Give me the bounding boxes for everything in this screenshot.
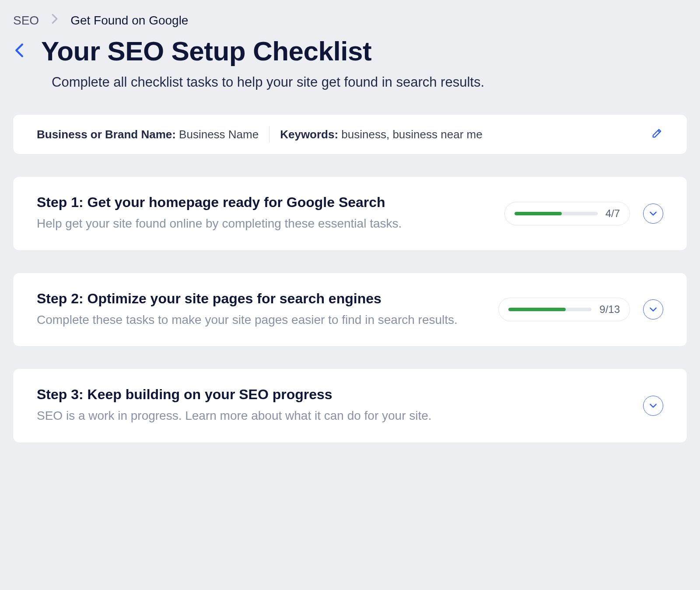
- chevron-down-icon: [649, 307, 657, 312]
- progress-track: [508, 308, 592, 311]
- breadcrumb-current: Get Found on Google: [70, 14, 188, 28]
- step-card-2: Step 2: Optimize your site pages for sea…: [13, 273, 687, 347]
- keywords-field: Keywords: business, business near me: [280, 128, 482, 141]
- page-title: Your SEO Setup Checklist: [41, 35, 371, 67]
- step-3-description: SEO is a work in progress. Learn more ab…: [37, 407, 626, 425]
- step-1-title: Step 1: Get your homepage ready for Goog…: [37, 194, 487, 211]
- step-1-description: Help get your site found online by compl…: [37, 215, 487, 233]
- chevron-right-icon: [51, 13, 58, 28]
- step-3-title: Step 3: Keep building on your SEO progre…: [37, 386, 626, 403]
- step-2-description: Complete these tasks to make your site p…: [37, 311, 481, 329]
- progress-fill: [508, 308, 566, 311]
- keywords-label: Keywords: [280, 128, 334, 141]
- progress-track: [514, 212, 598, 215]
- step-1-expand-button[interactable]: [643, 204, 663, 224]
- step-3-expand-button[interactable]: [643, 396, 663, 416]
- divider: [269, 126, 270, 143]
- brand-value: Business Name: [179, 128, 259, 141]
- step-card-1: Step 1: Get your homepage ready for Goog…: [13, 177, 687, 250]
- brand-field: Business or Brand Name: Business Name: [37, 128, 259, 141]
- page-subtitle: Complete all checklist tasks to help you…: [52, 74, 687, 90]
- back-arrow-icon[interactable]: [13, 43, 25, 60]
- step-1-progress: 4/7: [504, 202, 630, 225]
- info-card: Business or Brand Name: Business Name Ke…: [13, 115, 687, 154]
- chevron-down-icon: [649, 403, 657, 408]
- pencil-icon: [651, 127, 663, 139]
- step-2-title: Step 2: Optimize your site pages for sea…: [37, 291, 481, 307]
- step-card-3: Step 3: Keep building on your SEO progre…: [13, 369, 687, 442]
- breadcrumb-root[interactable]: SEO: [13, 14, 39, 28]
- step-2-expand-button[interactable]: [643, 299, 663, 320]
- chevron-down-icon: [649, 211, 657, 216]
- progress-label: 9/13: [599, 303, 620, 316]
- breadcrumb: SEO Get Found on Google: [13, 13, 687, 28]
- progress-fill: [514, 212, 562, 215]
- title-row: Your SEO Setup Checklist: [13, 35, 687, 67]
- keywords-value: business, business near me: [341, 128, 482, 141]
- step-2-progress: 9/13: [498, 298, 630, 321]
- progress-label: 4/7: [606, 207, 620, 220]
- edit-button[interactable]: [651, 127, 663, 142]
- brand-label: Business or Brand Name: [37, 128, 172, 141]
